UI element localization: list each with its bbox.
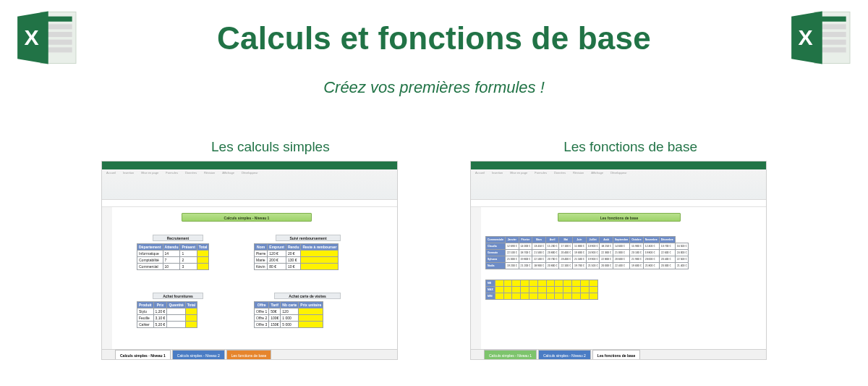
page-title: Calculs et fonctions de base (0, 20, 868, 56)
screenshot-fonctions-base: AccueilInsertionMise en pageFormulesDonn… (470, 161, 767, 360)
sheet-heading: Calculs simples - Niveau 1 (182, 213, 312, 222)
sheet-tabs: Calculs simples - Niveau 1Calculs simple… (471, 349, 766, 359)
excel-formula-bar (471, 200, 766, 207)
table-summary: NB MAX MIN (485, 280, 598, 300)
excel-sheet: Calculs simples - Niveau 1 Recrutement D… (102, 207, 397, 349)
sheet-heading: Les fonctions de base (558, 213, 681, 222)
sheet-tab[interactable]: Calculs simples - Niveau 1 (115, 350, 171, 359)
section-label: Suivi remboursement (276, 235, 341, 241)
screenshot-calculs-simples: AccueilInsertionMise en pageFormulesDonn… (101, 161, 398, 360)
caption-right: Les fonctions de base (563, 139, 697, 155)
excel-titlebar (102, 161, 397, 169)
table-monthly: CommercialeJanvierFévrierMarsAvrilMaiJui… (485, 236, 689, 269)
excel-formula-bar (102, 200, 397, 207)
excel-sheet: Les fonctions de base CommercialeJanvier… (471, 207, 766, 349)
excel-titlebar (471, 161, 766, 169)
excel-ribbon: AccueilInsertionMise en pageFormulesDonn… (102, 169, 397, 200)
sheet-tab[interactable]: Calculs simples - Niveau 2 (172, 350, 225, 359)
sheet-tab[interactable]: Calculs simples - Niveau 1 (484, 350, 537, 359)
table-fournitures: ProduitPrixQuantitéTotalStylo1,20 €Feuil… (137, 301, 197, 328)
table-recrutement: DépartementAttenduPrésentTotalInformatiq… (137, 243, 209, 270)
section-label: Achat fournitures (153, 293, 203, 299)
section-label: Recrutement (153, 235, 203, 241)
sheet-tab[interactable]: Les fonctions de base (592, 350, 641, 359)
sheet-tab[interactable]: Les fonctions de base (226, 350, 272, 359)
table-remboursement: NomEmpruntRenduReste à rembourserPierre1… (254, 243, 339, 270)
sheet-tabs: Calculs simples - Niveau 1Calculs simple… (102, 349, 397, 359)
caption-left: Les calculs simples (211, 139, 330, 155)
section-label: Achat carte de visites (274, 293, 341, 299)
sheet-tab[interactable]: Calculs simples - Niveau 2 (538, 350, 591, 359)
excel-ribbon: AccueilInsertionMise en pageFormulesDonn… (471, 169, 766, 200)
page-subtitle: Créez vos premières formules ! (0, 78, 868, 97)
table-visites: OffreTarifNb cartePrix unitaireOffre 150… (254, 301, 323, 328)
